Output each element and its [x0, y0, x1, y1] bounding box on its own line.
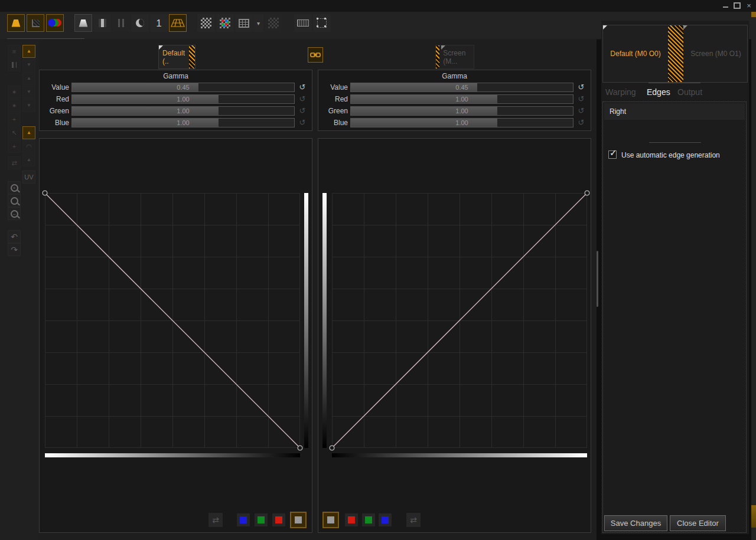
blue-slider[interactable]: 1.00: [350, 118, 573, 127]
reset-curve-button[interactable]: ⇄: [208, 513, 223, 527]
selection-tool-button[interactable]: [313, 14, 331, 32]
red-slider[interactable]: 1.00: [350, 94, 573, 104]
edge-name-header[interactable]: Right: [604, 103, 745, 120]
show-numbers-button[interactable]: 1: [150, 14, 168, 32]
blue-slider[interactable]: 1.00: [71, 118, 295, 127]
zoom-in-button[interactable]: +: [8, 181, 21, 194]
channel-red-button[interactable]: [345, 513, 358, 526]
edge-point-tool-button[interactable]: ▲: [22, 126, 35, 139]
reset-icon[interactable]: ↺: [576, 94, 586, 104]
keyboard-shortcuts-button[interactable]: [294, 14, 312, 32]
zoom-out-button[interactable]: –: [8, 207, 21, 220]
channel-green-button[interactable]: [255, 513, 268, 526]
slider-label-blue: Blue: [318, 118, 348, 127]
tab-output[interactable]: Output: [677, 87, 702, 97]
reset-icon[interactable]: ↺: [298, 118, 307, 127]
projector-tab-label: Screen (M0 O1): [690, 50, 741, 58]
channel-blue-button[interactable]: [379, 513, 392, 526]
link-channels-button[interactable]: [308, 47, 323, 63]
save-changes-button[interactable]: Save Changes: [604, 515, 667, 531]
close-editor-button[interactable]: Close Editor: [670, 515, 726, 531]
projector-tab-default[interactable]: Default (M0 O0): [603, 25, 668, 82]
reset-icon[interactable]: ↺: [298, 94, 307, 104]
split-view-button[interactable]: [93, 14, 111, 32]
projector-mode-button[interactable]: [7, 14, 25, 32]
tab-warping[interactable]: Warping: [605, 87, 636, 97]
projector-icon: [11, 19, 21, 27]
pair-points-tool-button[interactable]: ▲: [22, 72, 35, 85]
channel-red-button[interactable]: [272, 513, 285, 526]
red-slider[interactable]: 1.00: [71, 94, 295, 104]
corner-move-tool-button[interactable]: ▼: [22, 99, 35, 112]
show-shape-button[interactable]: [74, 14, 92, 32]
pattern-settings-button[interactable]: [265, 14, 282, 32]
green-slider[interactable]: 1.00: [71, 106, 295, 116]
reset-icon[interactable]: ↺: [298, 83, 307, 92]
cross-tool-button[interactable]: +: [8, 113, 21, 126]
move-point-tool-button[interactable]: ▲: [22, 45, 35, 58]
green-slider[interactable]: 1.00: [350, 106, 573, 116]
columns-tool-button[interactable]: [8, 58, 21, 71]
show-grid-button[interactable]: [169, 14, 187, 32]
hatch-divider: [668, 25, 683, 82]
edge-blend-mode-button[interactable]: [27, 14, 44, 32]
curve-grid[interactable]: [45, 193, 300, 448]
maximize-button[interactable]: [733, 2, 741, 9]
undo-button[interactable]: ↶: [8, 230, 21, 243]
checkerboard-icon: [201, 18, 211, 28]
curve-grid[interactable]: [332, 193, 587, 448]
value-slider[interactable]: 0.45: [350, 83, 573, 92]
channel-green-button[interactable]: [362, 513, 375, 526]
gamma-curve[interactable]: [332, 193, 587, 448]
curve-endpoint[interactable]: [330, 446, 334, 450]
grid-table-icon: [239, 19, 249, 28]
curve-endpoint[interactable]: [585, 191, 589, 195]
test-pattern-button[interactable]: [197, 14, 215, 32]
value-slider[interactable]: 0.45: [71, 83, 295, 92]
projector-tab-screen[interactable]: Screen (M0 O1): [683, 25, 748, 82]
reset-curve-button[interactable]: ⇄: [406, 513, 421, 527]
tab-screen-channel[interactable]: Screen (M...: [435, 45, 474, 69]
scrollbar-bottom-marker: [751, 505, 756, 528]
reset-icon[interactable]: ↺: [576, 83, 586, 92]
tab-default-channel[interactable]: Default (..: [158, 45, 195, 69]
arrow-tool-button[interactable]: ↖: [8, 126, 21, 139]
grey-swatch: [295, 516, 302, 523]
panel-splitter-handle[interactable]: [597, 251, 598, 307]
channel-value-button[interactable]: [290, 512, 307, 528]
reset-icon[interactable]: ↺: [576, 106, 586, 116]
color-pattern-button[interactable]: [216, 14, 234, 32]
dual-bars-button[interactable]: [112, 14, 130, 32]
curve-endpoint[interactable]: [43, 191, 47, 195]
tab-edges[interactable]: Edges: [647, 87, 670, 97]
channel-blue-button[interactable]: [237, 513, 250, 526]
grid-pattern-button[interactable]: [235, 14, 253, 32]
slider-label-red: Red: [40, 94, 69, 104]
tab-label: Default (..: [159, 49, 189, 66]
zoom-fit-button[interactable]: [8, 194, 21, 207]
auto-edge-checkbox[interactable]: ✓: [608, 150, 617, 159]
spread-points-tool-button[interactable]: ▼: [22, 86, 35, 99]
night-mode-button[interactable]: [131, 14, 149, 32]
reset-icon[interactable]: ↺: [298, 106, 307, 116]
rotate-shape-tool-button[interactable]: ◠: [22, 140, 35, 153]
right-scrollbar[interactable]: [751, 12, 756, 540]
grid-pattern-dropdown[interactable]: ▾: [253, 14, 263, 32]
reset-icon[interactable]: ↺: [576, 118, 586, 127]
channel-value-button[interactable]: [322, 512, 339, 528]
close-button[interactable]: ×: [745, 2, 753, 9]
vertical-gradient-bar: [304, 193, 308, 448]
gamma-curve[interactable]: [45, 193, 300, 448]
move-vertical-tool-button[interactable]: ▼: [22, 58, 35, 71]
list-tool-button[interactable]: ≡: [8, 45, 21, 58]
uv-mode-button[interactable]: UV: [22, 171, 35, 184]
color-mode-button[interactable]: [46, 14, 64, 32]
minimize-button[interactable]: [721, 2, 729, 9]
crosshair-tool-button[interactable]: +: [8, 140, 21, 153]
curve-endpoint[interactable]: [298, 446, 302, 450]
swap-tool-button[interactable]: ⇄: [8, 156, 21, 169]
redo-button[interactable]: ↷: [8, 243, 21, 256]
node-edit-tool-button[interactable]: ✶: [8, 99, 21, 112]
triangle-outline-tool-button[interactable]: ▲: [22, 153, 35, 166]
bezier-node-tool-button[interactable]: ✶: [8, 86, 21, 99]
